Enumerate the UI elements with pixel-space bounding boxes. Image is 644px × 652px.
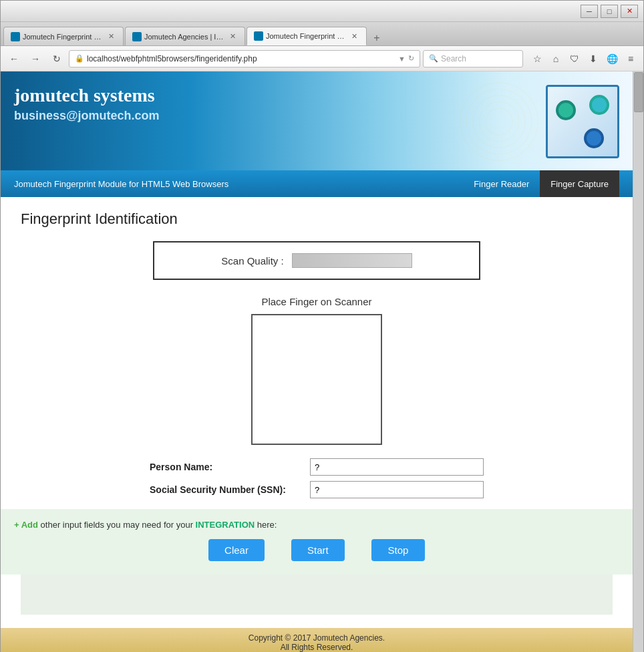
search-box[interactable]: 🔍 Search: [423, 50, 523, 67]
bookmark-icon[interactable]: ☆: [528, 50, 546, 67]
browser-window: ─ □ ✕ Jomutech Fingerprint Ident... ✕ Jo…: [0, 0, 644, 652]
maximize-button[interactable]: □: [601, 5, 618, 18]
integration-link[interactable]: INTEGRATION: [196, 520, 255, 530]
tab-favicon-2: [132, 32, 142, 41]
stop-button[interactable]: Stop: [371, 539, 425, 561]
search-icon: 🔍: [429, 54, 438, 63]
logo-box: [546, 85, 619, 158]
gear-green: [589, 95, 609, 115]
address-bar[interactable]: 🔒 localhost/webfphtml5browsers/fingeride…: [69, 50, 420, 67]
home-icon[interactable]: ⌂: [547, 50, 565, 67]
start-button[interactable]: Start: [291, 539, 345, 561]
back-button[interactable]: ←: [5, 50, 23, 67]
lock-icon: 🔒: [75, 54, 84, 63]
title-bar: ─ □ ✕: [1, 1, 643, 22]
search-placeholder: Search: [441, 54, 466, 63]
dropdown-icon[interactable]: ▼: [398, 55, 406, 63]
person-name-label: Person Name:: [150, 462, 310, 472]
scanner-prompt: Place Finger on Scanner: [21, 296, 613, 307]
close-button[interactable]: ✕: [621, 5, 638, 18]
gear-group: [556, 95, 609, 148]
download-icon[interactable]: ⬇: [585, 50, 602, 67]
scroll-thumb[interactable]: [634, 72, 643, 112]
toolbar-icons: ☆ ⌂ 🛡 ⬇ 🌐 ≡: [528, 50, 639, 67]
form-section: Person Name: Social Security Number (SSN…: [150, 458, 484, 498]
header-content: jomutech systems business@jomutech.com: [1, 71, 633, 158]
new-tab-button[interactable]: +: [368, 31, 385, 45]
minimize-button[interactable]: ─: [581, 5, 598, 18]
scrollbar-right[interactable]: [633, 71, 643, 652]
address-text: localhost/webfphtml5browsers/fingerident…: [87, 54, 395, 63]
content-wrapper: jomutech systems business@jomutech.com: [1, 71, 643, 652]
person-name-row: Person Name:: [150, 458, 484, 476]
gear-blue: [584, 128, 604, 148]
footer-area: [21, 575, 613, 615]
add-fields-suffix: here:: [255, 520, 277, 530]
browser-tab-1[interactable]: Jomutech Fingerprint Ident... ✕: [3, 27, 124, 45]
globe-icon[interactable]: 🌐: [603, 50, 621, 67]
fingerprint-scanner-display: [251, 314, 382, 445]
integration-box: + Add other input fields you may need fo…: [1, 509, 633, 575]
tab-close-2[interactable]: ✕: [227, 31, 238, 42]
site-branding: jomutech systems business@jomutech.com: [14, 85, 160, 123]
scanner-section: Place Finger on Scanner: [21, 296, 613, 445]
scan-quality-label: Scan Quality :: [221, 255, 283, 267]
window-controls: ─ □ ✕: [581, 5, 638, 18]
person-name-input[interactable]: [310, 458, 484, 476]
tab-close-1[interactable]: ✕: [106, 31, 116, 42]
tab-close-3[interactable]: ✕: [349, 31, 359, 41]
add-link[interactable]: + Add: [14, 520, 38, 530]
ssn-row: Social Security Number (SSN):: [150, 481, 484, 498]
scan-quality-box: Scan Quality :: [153, 241, 480, 280]
ssn-label: Social Security Number (SSN):: [150, 484, 310, 495]
reload-button[interactable]: ↻: [47, 50, 66, 67]
copyright-line1: Copyright © 2017 Jomutech Agencies.: [6, 633, 627, 643]
page-title: Fingerprint Identification: [21, 210, 613, 228]
scan-quality-bar: [292, 253, 412, 268]
nav-link-finger-capture[interactable]: Finger Capture: [540, 170, 619, 197]
button-row: Clear Start Stop: [14, 539, 619, 561]
tab-label-3: Jomutech Fingerprint Enrol...: [266, 32, 346, 40]
tab-favicon-1: [11, 32, 20, 41]
refresh-icon[interactable]: ↻: [408, 54, 414, 63]
site-footer: Copyright © 2017 Jomutech Agencies. All …: [1, 628, 633, 652]
copyright-line2: All Rights Reserved.: [6, 643, 627, 652]
add-fields-middle: other input fields you may need for your: [38, 520, 196, 530]
nav-bar: ← → ↻ 🔒 localhost/webfphtml5browsers/fin…: [1, 46, 643, 71]
tab-bar: Jomutech Fingerprint Ident... ✕ Jomutech…: [1, 22, 643, 46]
add-fields-text: + Add other input fields you may need fo…: [14, 520, 619, 530]
browser-tab-3[interactable]: Jomutech Fingerprint Enrol... ✕: [247, 27, 367, 45]
tab-favicon-3: [254, 31, 263, 41]
site-header: jomutech systems business@jomutech.com: [1, 71, 633, 170]
site-email: business@jomutech.com: [14, 109, 160, 123]
ssn-input[interactable]: [310, 481, 484, 498]
nav-link-finger-reader[interactable]: Finger Reader: [463, 170, 540, 197]
gear-teal: [556, 100, 576, 120]
browser-tab-2[interactable]: Jomutech Agencies | IT Consul... ✕: [125, 27, 245, 45]
tab-label-2: Jomutech Agencies | IT Consul...: [144, 33, 224, 41]
main-area: Fingerprint Identification Scan Quality …: [1, 197, 633, 628]
site-nav: Jomutech Fingerprint Module for HTML5 We…: [1, 170, 633, 197]
page-content: jomutech systems business@jomutech.com: [1, 71, 633, 652]
module-name: Jomutech Fingerprint Module for HTML5 We…: [14, 179, 228, 189]
menu-icon[interactable]: ≡: [622, 50, 639, 67]
forward-button[interactable]: →: [26, 50, 45, 67]
shield-icon[interactable]: 🛡: [566, 50, 583, 67]
tab-label-1: Jomutech Fingerprint Ident...: [23, 33, 103, 41]
site-title: jomutech systems: [14, 85, 160, 106]
clear-button[interactable]: Clear: [208, 539, 265, 561]
